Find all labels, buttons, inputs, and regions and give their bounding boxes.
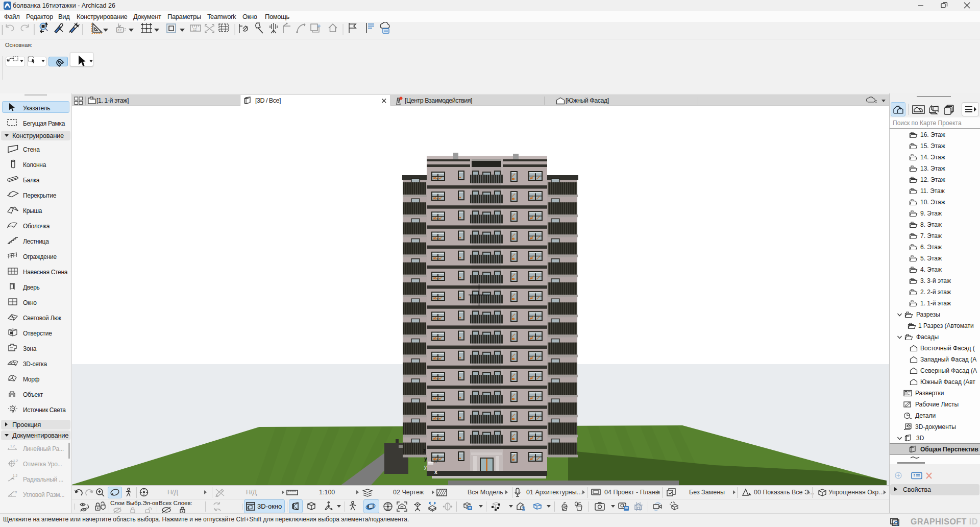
svg-text:XY: XY bbox=[117, 28, 122, 32]
svg-text:z: z bbox=[423, 447, 426, 453]
svg-text:1.2: 1.2 bbox=[13, 459, 18, 463]
svg-text:1.2: 1.2 bbox=[13, 474, 17, 477]
svg-text:x: x bbox=[434, 459, 437, 464]
svg-text:y: y bbox=[424, 464, 427, 470]
svg-text:1.2: 1.2 bbox=[10, 444, 15, 448]
svg-text:x: x bbox=[434, 469, 437, 475]
svg-text:y: y bbox=[424, 456, 427, 462]
svg-text:α: α bbox=[15, 490, 17, 494]
svg-text:12: 12 bbox=[193, 28, 197, 31]
